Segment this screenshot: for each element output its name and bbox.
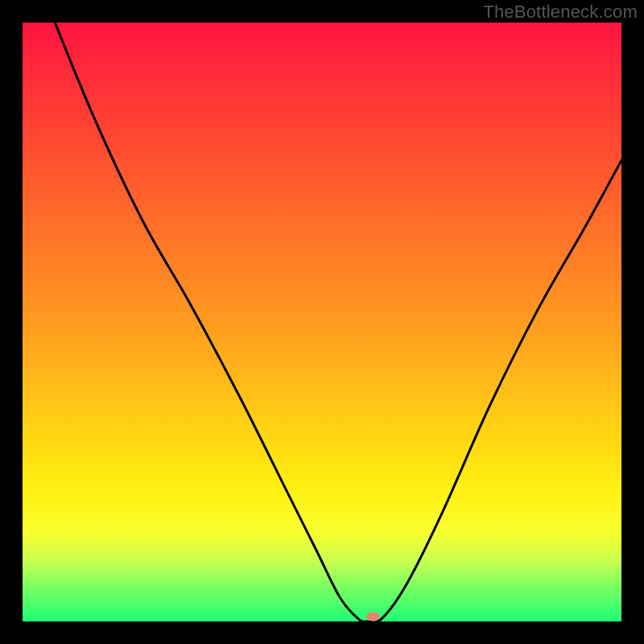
series-curve: [52, 23, 621, 621]
optimum-marker: [366, 613, 379, 621]
watermark-text: TheBottleneck.com: [483, 2, 638, 23]
plot-area: [23, 23, 621, 621]
chart-svg: [23, 23, 621, 621]
chart-frame: TheBottleneck.com: [0, 0, 644, 644]
